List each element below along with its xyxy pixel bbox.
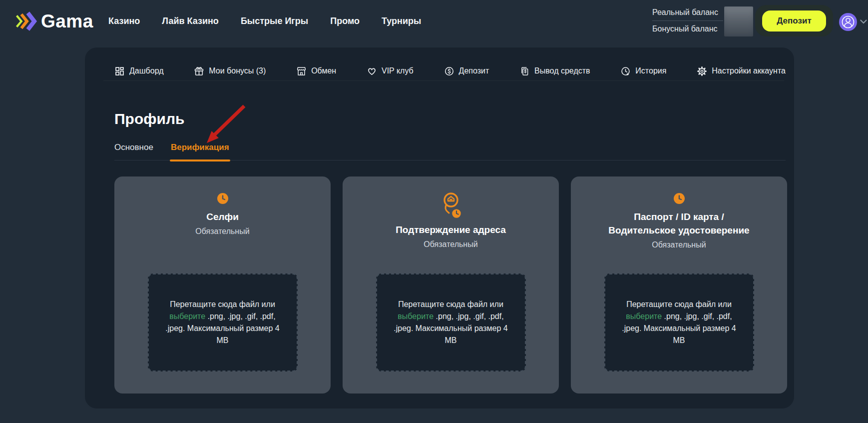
account-nav: Дашборд Мои бонусы (3) Обмен VIP клуб	[114, 62, 786, 80]
main-nav: Казино Лайв Казино Быстрые Игры Промо Ту…	[108, 0, 421, 42]
profile-subtab[interactable]: Верификация	[171, 142, 229, 152]
verification-cards: Селфи Обязательный Перетащите сюда файл …	[114, 176, 787, 394]
history-icon	[620, 66, 631, 76]
dropzone-text: Перетащите сюда файл или выберите .png, …	[161, 298, 285, 346]
user-icon	[839, 13, 857, 31]
verification-card-status: Обязательный	[195, 227, 249, 236]
account-nav-item[interactable]: VIP клуб	[367, 66, 414, 76]
heart-icon	[367, 66, 377, 76]
bonus-balance-label: Бонусный баланс	[652, 24, 723, 34]
gift-icon	[194, 66, 204, 76]
account-nav-item[interactable]: Обмен	[296, 66, 336, 76]
main-nav-item[interactable]: Казино	[108, 16, 140, 26]
dropzone-text: Перетащите сюда файл или выберите .png, …	[389, 298, 513, 346]
dropzone-drag-text: Перетащите сюда файл или	[398, 300, 503, 308]
account-nav-item[interactable]: История	[620, 66, 666, 76]
verification-card-title: Паспорт / ID карта / Водительское удосто…	[604, 210, 754, 237]
page-title: Профиль	[114, 110, 184, 128]
account-nav-label: Депозит	[459, 66, 489, 76]
account-nav-label: История	[635, 66, 666, 76]
pending-clock-icon	[673, 192, 686, 205]
verification-card: Селфи Обязательный Перетащите сюда файл …	[114, 176, 331, 394]
account-nav-item[interactable]: Дашборд	[114, 66, 164, 76]
dropzone-text: Перетащите сюда файл или выберите .png, …	[617, 298, 741, 346]
choose-file-link[interactable]: выберите	[169, 312, 205, 320]
account-nav-divider	[103, 80, 784, 81]
account-nav-label: VIP клуб	[382, 66, 414, 76]
account-nav-item[interactable]: Вывод средств	[519, 66, 590, 76]
account-nav-label: Мои бонусы (3)	[209, 66, 266, 76]
dropzone-drag-text: Перетащите сюда файл или	[170, 300, 275, 308]
file-dropzone[interactable]: Перетащите сюда файл или выберите .png, …	[376, 274, 526, 372]
account-nav-item[interactable]: Настройки аккаунта	[697, 66, 786, 76]
account-nav-label: Обмен	[311, 66, 336, 76]
gear-icon	[697, 66, 707, 76]
verification-card-status: Обязательный	[652, 240, 706, 250]
shop-icon	[296, 66, 307, 76]
balance-block: Реальный баланс Бонусный баланс	[652, 8, 723, 34]
main-nav-item[interactable]: Быстрые Игры	[241, 16, 308, 26]
user-avatar[interactable]	[839, 13, 857, 31]
file-dropzone[interactable]: Перетащите сюда файл или выберите .png, …	[604, 274, 754, 372]
dashboard-icon	[114, 66, 125, 76]
deposit-button-container: Депозит	[755, 5, 833, 36]
balance-value-redacted	[724, 6, 753, 36]
account-nav-label: Вывод средств	[534, 66, 590, 76]
verification-card: Паспорт / ID карта / Водительское удосто…	[571, 176, 787, 394]
profile-subtab[interactable]: Основное	[114, 142, 153, 152]
verification-card-title: Селфи	[206, 210, 239, 224]
account-menu-chevron-icon[interactable]	[860, 20, 867, 24]
logo-chevrons-icon	[14, 10, 39, 32]
main-nav-item[interactable]: Лайв Казино	[162, 16, 219, 26]
withdraw-icon	[519, 66, 530, 76]
verification-card-title: Подтверждение адреса	[396, 223, 506, 236]
file-dropzone[interactable]: Перетащите сюда файл или выберите .png, …	[148, 274, 298, 372]
account-panel: Дашборд Мои бонусы (3) Обмен VIP клуб	[85, 48, 794, 408]
gama-verification-page: Gama Казино Лайв Казино Быстрые Игры Про…	[0, 0, 868, 423]
pending-clock-icon	[216, 192, 229, 205]
account-nav-label: Дашборд	[129, 66, 164, 76]
account-nav-item[interactable]: Мои бонусы (3)	[194, 66, 266, 76]
profile-subtabs: Основное Верификация	[114, 142, 786, 160]
choose-file-link[interactable]: выберите	[626, 312, 662, 320]
account-nav-label: Настройки аккаунта	[712, 66, 786, 76]
coin-icon	[444, 66, 454, 76]
dropzone-drag-text: Перетащите сюда файл или	[626, 300, 732, 308]
logo-wordmark: Gama	[41, 11, 93, 32]
choose-file-link[interactable]: выберите	[398, 312, 434, 320]
main-nav-item[interactable]: Турниры	[382, 16, 421, 26]
account-nav-item[interactable]: Депозит	[444, 66, 489, 76]
address-pending-icon	[439, 191, 462, 220]
verification-card: Подтверждение адреса Обязательный Перета…	[343, 176, 559, 394]
balance-divider	[652, 20, 723, 21]
main-nav-item[interactable]: Промо	[330, 16, 360, 26]
verification-card-status: Обязательный	[424, 240, 477, 249]
site-logo[interactable]: Gama	[14, 10, 93, 32]
real-balance-label: Реальный баланс	[652, 8, 723, 18]
deposit-button[interactable]: Депозит	[762, 10, 826, 32]
